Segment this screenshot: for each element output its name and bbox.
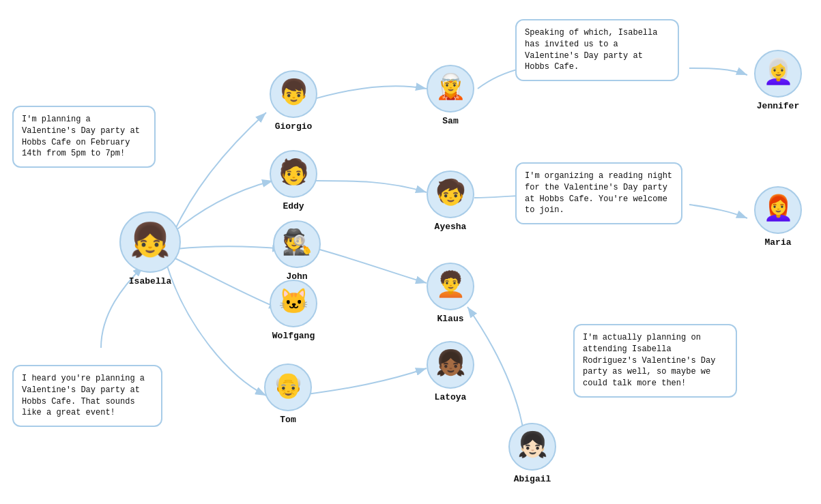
jennifer-label: Jennifer [757, 101, 799, 111]
klaus-avatar: 🧑‍🦱 [427, 263, 474, 310]
klaus-node: 🧑‍🦱 Klaus [427, 263, 474, 324]
giorgio-label: Giorgio [275, 121, 313, 132]
eddy-node: 🧑 Eddy [270, 150, 317, 211]
sam-avatar: 🧝 [427, 65, 474, 113]
isabella-avatar: 👧 [119, 211, 181, 273]
eddy-avatar: 🧑 [270, 150, 317, 198]
latoya-node: 👧🏾 Latoya [427, 341, 474, 402]
latoya-avatar: 👧🏾 [427, 341, 474, 389]
abigail-avatar: 👧🏻 [508, 423, 556, 471]
john-node: 🕵️ John [273, 220, 321, 282]
eddy-label: Eddy [283, 201, 304, 211]
wolfgang-node: 🐱 Wolfgang [270, 280, 317, 341]
ayesha-node: 🧒 Ayesha [427, 171, 474, 232]
abigail-label: Abigail [514, 474, 551, 484]
maria-label: Maria [764, 237, 791, 248]
isabella-node: 👧 Isabella [119, 211, 181, 286]
sam-label: Sam [442, 116, 458, 126]
klaus-label: Klaus [437, 314, 463, 324]
giorgio-node: 👦 Giorgio [270, 70, 317, 132]
abigail-node: 👧🏻 Abigail [508, 423, 556, 484]
jennifer-node: 👩‍🦳 Jennifer [754, 50, 802, 111]
latoya-label: Latoya [435, 392, 467, 402]
sam-speech-bubble: Speaking of which, Isabella has invited … [515, 19, 679, 81]
isabella-speech-bubble: I'm planning a Valentine's Day party at … [12, 106, 156, 168]
ayesha-label: Ayesha [435, 222, 467, 232]
giorgio-avatar: 👦 [270, 70, 317, 118]
tom-node: 👴 Tom [264, 364, 312, 425]
tom-avatar: 👴 [264, 364, 312, 411]
john-avatar: 🕵️ [273, 220, 321, 268]
sam-node: 🧝 Sam [427, 65, 474, 126]
wolfgang-label: Wolfgang [272, 331, 315, 341]
maria-avatar: 👩‍🦰 [754, 186, 802, 234]
jennifer-avatar: 👩‍🦳 [754, 50, 802, 98]
abigail-speech-bubble: I'm actually planning on attending Isabe… [573, 324, 737, 398]
maria-node: 👩‍🦰 Maria [754, 186, 802, 248]
tom-speech-bubble: I heard you're planning a Valentine's Da… [12, 365, 162, 427]
tom-label: Tom [280, 415, 296, 425]
ayesha-speech-bubble: I'm organizing a reading night for the V… [515, 162, 682, 224]
isabella-label: Isabella [129, 276, 171, 286]
wolfgang-avatar: 🐱 [270, 280, 317, 327]
ayesha-avatar: 🧒 [427, 171, 474, 218]
